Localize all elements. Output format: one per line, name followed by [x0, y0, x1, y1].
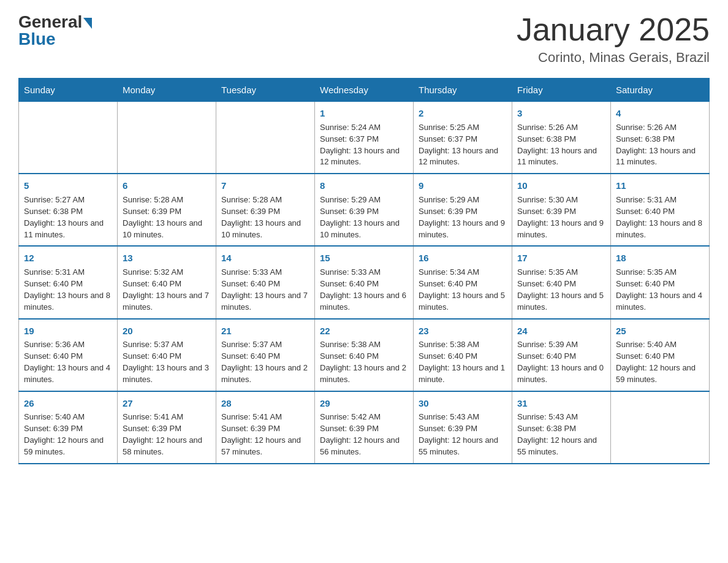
day-info: Sunrise: 5:43 AM	[419, 412, 507, 423]
day-info: Sunrise: 5:25 AM	[419, 122, 507, 134]
day-info: Sunrise: 5:33 AM	[320, 267, 408, 278]
day-info: Sunset: 6:39 PM	[24, 423, 112, 435]
weekday-header-row: SundayMondayTuesdayWednesdayThursdayFrid…	[19, 79, 710, 102]
day-number: 2	[419, 107, 507, 120]
calendar-cell: 25Sunrise: 5:40 AMSunset: 6:40 PMDayligh…	[611, 319, 710, 391]
calendar-cell: 28Sunrise: 5:41 AMSunset: 6:39 PMDayligh…	[216, 391, 315, 464]
day-info: Daylight: 13 hours and 12 minutes.	[320, 145, 408, 169]
calendar-cell: 29Sunrise: 5:42 AMSunset: 6:39 PMDayligh…	[315, 391, 414, 464]
day-info: Daylight: 13 hours and 0 minutes.	[517, 362, 605, 386]
weekday-header-saturday: Saturday	[611, 79, 710, 102]
day-info: Daylight: 13 hours and 11 minutes.	[616, 145, 704, 169]
day-info: Sunset: 6:39 PM	[517, 206, 605, 218]
day-info: Daylight: 12 hours and 59 minutes.	[616, 362, 704, 386]
day-info: Daylight: 13 hours and 5 minutes.	[419, 290, 507, 313]
logo: General Blue	[18, 12, 92, 49]
day-number: 11	[616, 179, 704, 193]
calendar-week-4: 19Sunrise: 5:36 AMSunset: 6:40 PMDayligh…	[19, 319, 710, 391]
location-subtitle: Corinto, Minas Gerais, Brazil	[517, 50, 710, 66]
day-info: Sunset: 6:40 PM	[616, 206, 704, 218]
day-info: Sunset: 6:38 PM	[616, 134, 704, 145]
day-info: Sunset: 6:39 PM	[123, 423, 211, 435]
calendar-body: 1Sunrise: 5:24 AMSunset: 6:37 PMDaylight…	[19, 102, 710, 464]
day-info: Sunset: 6:38 PM	[517, 423, 605, 435]
day-info: Sunrise: 5:42 AM	[320, 412, 408, 423]
day-info: Sunrise: 5:38 AM	[419, 339, 507, 351]
day-info: Daylight: 12 hours and 57 minutes.	[221, 435, 309, 458]
logo-blue-text: Blue	[18, 29, 56, 49]
day-info: Sunrise: 5:31 AM	[616, 194, 704, 206]
day-info: Daylight: 13 hours and 4 minutes.	[24, 362, 112, 386]
day-info: Daylight: 13 hours and 11 minutes.	[517, 145, 605, 169]
day-info: Sunrise: 5:34 AM	[419, 267, 507, 278]
calendar-cell: 20Sunrise: 5:37 AMSunset: 6:40 PMDayligh…	[118, 319, 216, 391]
calendar-cell	[19, 102, 118, 174]
day-number: 30	[419, 397, 507, 410]
day-info: Sunrise: 5:43 AM	[517, 412, 605, 423]
day-number: 31	[517, 397, 605, 410]
day-info: Sunset: 6:39 PM	[419, 206, 507, 218]
calendar-week-1: 1Sunrise: 5:24 AMSunset: 6:37 PMDaylight…	[19, 102, 710, 174]
day-number: 12	[24, 251, 112, 265]
day-info: Sunrise: 5:38 AM	[320, 339, 408, 351]
day-info: Sunset: 6:40 PM	[221, 278, 309, 290]
day-info: Sunset: 6:40 PM	[320, 351, 408, 362]
calendar-cell: 1Sunrise: 5:24 AMSunset: 6:37 PMDaylight…	[315, 102, 414, 174]
calendar-week-3: 12Sunrise: 5:31 AMSunset: 6:40 PMDayligh…	[19, 246, 710, 318]
day-info: Sunrise: 5:36 AM	[24, 339, 112, 351]
day-info: Daylight: 13 hours and 12 minutes.	[419, 145, 507, 169]
day-info: Daylight: 13 hours and 1 minute.	[419, 362, 507, 386]
calendar-week-2: 5Sunrise: 5:27 AMSunset: 6:38 PMDaylight…	[19, 174, 710, 246]
calendar-cell: 30Sunrise: 5:43 AMSunset: 6:39 PMDayligh…	[414, 391, 512, 464]
calendar-cell: 8Sunrise: 5:29 AMSunset: 6:39 PMDaylight…	[315, 174, 414, 246]
day-info: Sunset: 6:38 PM	[24, 206, 112, 218]
calendar-cell: 6Sunrise: 5:28 AMSunset: 6:39 PMDaylight…	[118, 174, 216, 246]
day-info: Sunrise: 5:33 AM	[221, 267, 309, 278]
calendar-cell	[611, 391, 710, 464]
calendar-cell: 11Sunrise: 5:31 AMSunset: 6:40 PMDayligh…	[611, 174, 710, 246]
day-info: Daylight: 13 hours and 3 minutes.	[123, 362, 211, 386]
day-info: Sunrise: 5:30 AM	[517, 194, 605, 206]
day-info: Sunrise: 5:24 AM	[320, 122, 408, 134]
day-number: 4	[616, 107, 704, 120]
day-info: Daylight: 13 hours and 11 minutes.	[24, 218, 112, 241]
day-number: 13	[123, 251, 211, 265]
day-info: Sunrise: 5:26 AM	[616, 122, 704, 134]
day-number: 19	[24, 324, 112, 338]
day-info: Daylight: 13 hours and 7 minutes.	[221, 290, 309, 313]
day-info: Daylight: 13 hours and 8 minutes.	[24, 290, 112, 313]
day-number: 1	[320, 107, 408, 120]
day-info: Sunrise: 5:28 AM	[123, 194, 211, 206]
day-number: 15	[320, 251, 408, 265]
day-info: Sunrise: 5:29 AM	[419, 194, 507, 206]
day-number: 27	[123, 397, 211, 410]
day-info: Sunrise: 5:27 AM	[24, 194, 112, 206]
day-info: Sunset: 6:40 PM	[123, 351, 211, 362]
day-info: Daylight: 13 hours and 10 minutes.	[320, 218, 408, 241]
day-info: Daylight: 13 hours and 7 minutes.	[123, 290, 211, 313]
day-info: Sunrise: 5:29 AM	[320, 194, 408, 206]
day-info: Sunset: 6:37 PM	[320, 134, 408, 145]
day-number: 14	[221, 251, 309, 265]
calendar-cell: 26Sunrise: 5:40 AMSunset: 6:39 PMDayligh…	[19, 391, 118, 464]
calendar-cell: 19Sunrise: 5:36 AMSunset: 6:40 PMDayligh…	[19, 319, 118, 391]
day-info: Daylight: 13 hours and 9 minutes.	[419, 218, 507, 241]
day-number: 7	[221, 179, 309, 193]
calendar-cell: 18Sunrise: 5:35 AMSunset: 6:40 PMDayligh…	[611, 246, 710, 318]
day-number: 25	[616, 324, 704, 338]
day-info: Sunset: 6:39 PM	[320, 423, 408, 435]
day-info: Sunset: 6:40 PM	[123, 278, 211, 290]
day-info: Sunrise: 5:37 AM	[123, 339, 211, 351]
day-number: 18	[616, 251, 704, 265]
day-info: Sunset: 6:40 PM	[517, 351, 605, 362]
day-info: Sunset: 6:40 PM	[517, 278, 605, 290]
calendar-cell: 12Sunrise: 5:31 AMSunset: 6:40 PMDayligh…	[19, 246, 118, 318]
day-info: Daylight: 12 hours and 58 minutes.	[123, 435, 211, 458]
calendar-cell	[118, 102, 216, 174]
day-number: 28	[221, 397, 309, 410]
calendar-cell: 5Sunrise: 5:27 AMSunset: 6:38 PMDaylight…	[19, 174, 118, 246]
calendar-cell: 4Sunrise: 5:26 AMSunset: 6:38 PMDaylight…	[611, 102, 710, 174]
weekday-header-wednesday: Wednesday	[315, 79, 414, 102]
weekday-header-friday: Friday	[512, 79, 611, 102]
weekday-header-tuesday: Tuesday	[216, 79, 315, 102]
